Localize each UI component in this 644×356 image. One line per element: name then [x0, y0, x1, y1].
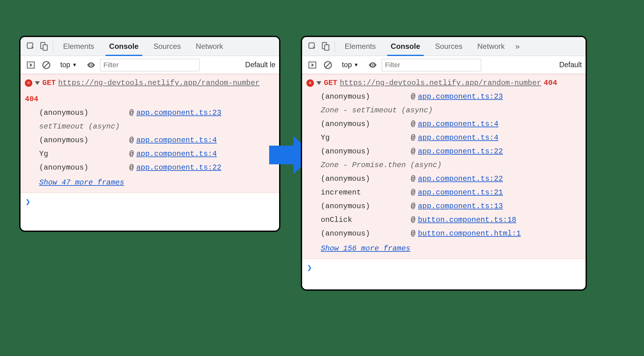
divider [53, 41, 53, 52]
request-url[interactable]: https://ng-devtools.netlify.app/random-n… [340, 76, 541, 90]
device-icon[interactable] [37, 40, 50, 53]
console-output: ✕ GET https://ng-devtools.netlify.app/ra… [302, 74, 586, 276]
live-expression-icon[interactable] [85, 59, 98, 72]
tab-sources[interactable]: Sources [146, 37, 188, 56]
log-levels[interactable]: Default [559, 61, 582, 69]
tab-strip: Elements Console Sources Network [21, 37, 279, 56]
stack-frame: (anonymous)@app.component.ts:4 [321, 117, 581, 131]
svg-line-5 [44, 62, 49, 68]
stack-frame: (anonymous)@app.component.ts:23 [321, 90, 581, 104]
console-toolbar: top ▼ Default [302, 56, 586, 74]
more-tabs-icon[interactable]: » [512, 42, 523, 51]
svg-rect-9 [325, 45, 329, 50]
log-levels[interactable]: Default le [245, 61, 275, 69]
source-link[interactable]: app.component.ts:23 [418, 90, 503, 104]
console-output: ✕ GET https://ng-devtools.netlify.app/ra… [21, 74, 279, 210]
stack-frame: Yg@app.component.ts:4 [39, 147, 275, 161]
divider [334, 41, 335, 52]
stack-frame: Yg@app.component.ts:4 [321, 131, 581, 145]
tab-strip: Elements Console Sources Network » [302, 37, 586, 56]
stack-frame: (anonymous)@button.component.html:1 [321, 227, 581, 241]
device-icon[interactable] [319, 40, 332, 53]
tab-console[interactable]: Console [383, 37, 428, 56]
dropdown-icon: ▼ [72, 62, 77, 68]
http-status: 404 [544, 76, 557, 90]
clear-console-icon[interactable] [321, 59, 334, 72]
source-link[interactable]: button.component.ts:18 [418, 213, 516, 227]
http-method: GET [42, 76, 56, 90]
source-link[interactable]: app.component.ts:4 [136, 147, 217, 161]
stack-frame: (anonymous)@app.component.ts:22 [321, 145, 581, 158]
stack-frame: (anonymous)@app.component.ts:22 [39, 161, 275, 175]
tab-elements[interactable]: Elements [56, 37, 102, 56]
stack-trace: (anonymous)@app.component.ts:23 setTimeo… [39, 106, 275, 175]
expand-caret-icon[interactable] [35, 81, 40, 85]
request-url[interactable]: https://ng-devtools.netlify.app/random-n… [58, 76, 260, 90]
error-icon: ✕ [306, 79, 314, 87]
sidebar-toggle-icon[interactable] [24, 59, 37, 72]
context-selector[interactable]: top ▼ [339, 59, 361, 70]
tab-sources[interactable]: Sources [428, 37, 470, 56]
console-prompt[interactable]: ❯ [21, 193, 279, 210]
devtools-panel-before: Elements Console Sources Network top ▼ D… [19, 36, 280, 232]
devtools-panel-after: Elements Console Sources Network » top ▼… [301, 36, 587, 291]
show-more-frames[interactable]: Show 47 more frames [39, 175, 275, 190]
expand-caret-icon[interactable] [316, 81, 321, 85]
show-more-frames[interactable]: Show 156 more frames [321, 241, 581, 255]
inspect-icon[interactable] [306, 40, 319, 53]
sidebar-toggle-icon[interactable] [306, 59, 319, 72]
context-label: top [342, 61, 352, 69]
async-boundary: setTimeout (async) [39, 120, 275, 134]
inspect-icon[interactable] [24, 40, 37, 53]
svg-rect-2 [43, 45, 48, 50]
http-status: 404 [25, 92, 38, 106]
http-method: GET [324, 76, 337, 90]
source-link[interactable]: button.component.html:1 [418, 227, 521, 241]
tab-console[interactable]: Console [102, 37, 146, 56]
source-link[interactable]: app.component.ts:22 [418, 172, 503, 186]
source-link[interactable]: app.component.ts:21 [418, 186, 503, 199]
tab-elements[interactable]: Elements [337, 37, 383, 56]
stack-frame: (anonymous)@app.component.ts:22 [321, 172, 581, 186]
error-icon: ✕ [25, 79, 32, 87]
async-boundary: Zone - Promise.then (async) [321, 158, 581, 172]
async-boundary: Zone - setTimeout (async) [321, 104, 581, 117]
error-entry[interactable]: ✕ GET https://ng-devtools.netlify.app/ra… [21, 74, 279, 193]
clear-console-icon[interactable] [40, 59, 53, 72]
console-prompt[interactable]: ❯ [302, 259, 586, 276]
stack-frame: (anonymous)@app.component.ts:4 [39, 134, 275, 147]
error-entry[interactable]: ✕ GET https://ng-devtools.netlify.app/ra… [302, 74, 586, 259]
source-link[interactable]: app.component.ts:22 [136, 161, 221, 175]
stack-frame: (anonymous)@app.component.ts:13 [321, 199, 581, 213]
filter-input[interactable] [382, 59, 481, 71]
source-link[interactable]: app.component.ts:23 [136, 106, 221, 120]
context-label: top [60, 61, 70, 69]
svg-point-13 [372, 64, 373, 66]
filter-input[interactable] [100, 59, 200, 71]
stack-frame: increment@app.component.ts:21 [321, 186, 581, 199]
stack-frame: (anonymous)@app.component.ts:23 [39, 106, 275, 120]
tab-network[interactable]: Network [470, 37, 512, 56]
tab-network[interactable]: Network [188, 37, 231, 56]
source-link[interactable]: app.component.ts:4 [418, 117, 498, 131]
svg-point-6 [90, 64, 92, 66]
stack-trace: (anonymous)@app.component.ts:23 Zone - s… [321, 90, 581, 241]
context-selector[interactable]: top ▼ [58, 59, 80, 70]
source-link[interactable]: app.component.ts:13 [418, 199, 503, 213]
dropdown-icon: ▼ [354, 62, 359, 68]
stack-frame: onClick@button.component.ts:18 [321, 213, 581, 227]
source-link[interactable]: app.component.ts:4 [418, 131, 498, 145]
console-toolbar: top ▼ Default le [21, 56, 279, 74]
svg-line-12 [325, 62, 331, 68]
live-expression-icon[interactable] [366, 59, 379, 72]
source-link[interactable]: app.component.ts:22 [418, 145, 503, 158]
source-link[interactable]: app.component.ts:4 [136, 134, 217, 147]
